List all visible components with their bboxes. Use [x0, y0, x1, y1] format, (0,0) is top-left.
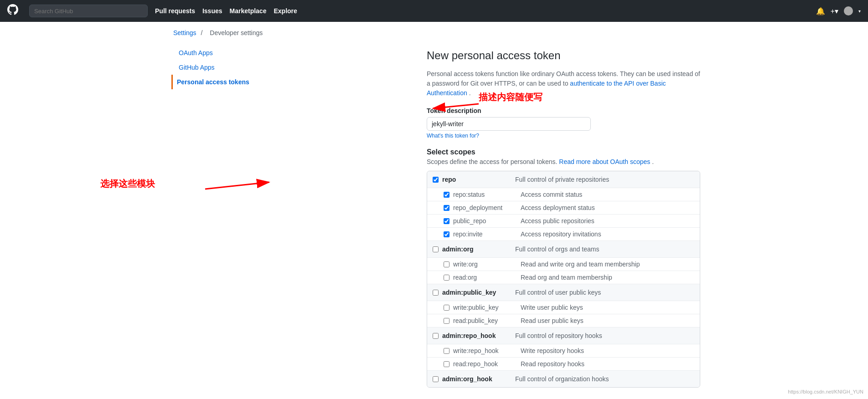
- scope-desc-repo: Full control of private repositories: [515, 176, 609, 183]
- nav-pull-requests[interactable]: Pull requests: [155, 7, 195, 15]
- scope-checkbox-repo-status[interactable]: [444, 192, 450, 198]
- scope-desc-read-public-key: Read user public keys: [521, 317, 584, 324]
- scope-child-public-repo: public_repo Access public repositories: [427, 215, 700, 228]
- scope-group-admin-repo-hook: admin:repo_hook Full control of reposito…: [427, 327, 700, 344]
- scope-desc-read-repo-hook: Read repository hooks: [521, 360, 584, 368]
- scope-desc-public-repo: Access public repositories: [521, 217, 594, 225]
- token-description-label: Token description: [427, 107, 700, 114]
- sidebar-item-personal-access-tokens[interactable]: Personal access tokens: [171, 75, 255, 89]
- token-description-input[interactable]: [427, 117, 591, 131]
- header: Pull requests Issues Marketplace Explore…: [0, 0, 868, 22]
- page-container: New personal access token Personal acces…: [160, 40, 708, 399]
- scope-name-write-repo-hook: write:repo_hook: [453, 347, 521, 354]
- scope-name-write-public-key: write:public_key: [453, 304, 521, 311]
- scope-checkbox-read-repo-hook[interactable]: [444, 361, 450, 367]
- scope-name-admin-org: admin:org: [442, 246, 515, 253]
- breadcrumb: Settings / Developer settings: [0, 22, 868, 40]
- description: Personal access tokens function like ord…: [427, 69, 700, 98]
- scope-name-admin-repo-hook: admin:repo_hook: [442, 332, 515, 339]
- github-logo-icon: [7, 4, 18, 18]
- scope-desc-admin-repo-hook: Full control of repository hooks: [515, 332, 602, 339]
- scope-checkbox-write-public-key[interactable]: [444, 305, 450, 311]
- scope-checkbox-public-repo[interactable]: [444, 218, 450, 224]
- scope-child-repo-status: repo:status Access commit status: [427, 188, 700, 201]
- scope-desc-write-repo-hook: Write repository hooks: [521, 347, 584, 354]
- scope-desc-admin-public-key: Full control of user public keys: [515, 289, 601, 296]
- scope-child-repo-deployment: repo_deployment Access deployment status: [427, 201, 700, 215]
- scope-desc-repo-invite: Access repository invitations: [521, 230, 601, 238]
- nav-marketplace[interactable]: Marketplace: [230, 7, 267, 15]
- avatar[interactable]: [844, 6, 853, 15]
- scope-checkbox-repo-deployment[interactable]: [444, 205, 450, 211]
- scope-checkbox-write-org[interactable]: [444, 261, 450, 267]
- scopes-description: Scopes define the access for personal to…: [427, 158, 700, 165]
- scope-child-write-org: write:org Read and write org and team me…: [427, 258, 700, 271]
- scope-name-read-org: read:org: [453, 274, 521, 281]
- scope-desc-write-public-key: Write user public keys: [521, 304, 583, 311]
- scope-desc-repo-deployment: Access deployment status: [521, 204, 595, 211]
- breadcrumb-developer-settings: Developer settings: [210, 29, 263, 36]
- sidebar-item-github-apps[interactable]: GitHub Apps: [173, 60, 255, 75]
- scope-child-read-org: read:org Read org and team membership: [427, 271, 700, 284]
- scope-desc-repo-status: Access commit status: [521, 191, 582, 198]
- token-description-hint: What's this token for?: [427, 133, 700, 139]
- scope-child-write-public-key: write:public_key Write user public keys: [427, 301, 700, 314]
- scope-name-repo-invite: repo:invite: [453, 230, 521, 238]
- scope-checkbox-admin-repo-hook[interactable]: [433, 333, 439, 339]
- scope-checkbox-admin-org-hook[interactable]: [433, 376, 439, 382]
- scope-checkbox-admin-org[interactable]: [433, 246, 439, 252]
- select-scopes-title: Select scopes: [427, 148, 700, 156]
- main-nav: Pull requests Issues Marketplace Explore: [155, 7, 809, 15]
- sidebar: OAuth Apps GitHub Apps Personal access t…: [173, 46, 255, 89]
- header-icons: 🔔 +▾ ▾: [816, 6, 861, 15]
- watermark: https://blog.csdn.net/KNIGH_YUN: [788, 389, 863, 394]
- main-content: New personal access token Personal acces…: [427, 49, 700, 388]
- scope-checkbox-admin-public-key[interactable]: [433, 290, 439, 296]
- scope-name-read-public-key: read:public_key: [453, 317, 521, 324]
- scopes-link[interactable]: Read more about OAuth scopes: [559, 158, 650, 165]
- token-hint-link[interactable]: What's this token for?: [427, 133, 479, 139]
- sidebar-item-oauth-apps[interactable]: OAuth Apps: [173, 46, 255, 60]
- scope-group-admin-org: admin:org Full control of orgs and teams: [427, 241, 700, 258]
- scope-desc-read-org: Read org and team membership: [521, 274, 612, 281]
- scope-child-read-public-key: read:public_key Read user public keys: [427, 314, 700, 327]
- scope-child-read-repo-hook: read:repo_hook Read repository hooks: [427, 358, 700, 371]
- scope-group-admin-org-hook: admin:org_hook Full control of organizat…: [427, 371, 700, 387]
- add-icon[interactable]: +▾: [831, 7, 838, 15]
- scope-name-admin-org-hook: admin:org_hook: [442, 375, 515, 383]
- breadcrumb-separator: /: [201, 29, 202, 36]
- scope-name-write-org: write:org: [453, 261, 521, 268]
- token-description-group: Token description What's this token for?: [427, 107, 700, 139]
- page-title: New personal access token: [427, 49, 700, 62]
- scope-checkbox-repo-invite[interactable]: [444, 231, 450, 237]
- scope-group-admin-public-key: admin:public_key Full control of user pu…: [427, 284, 700, 301]
- nav-explore[interactable]: Explore: [274, 7, 297, 15]
- notifications-icon[interactable]: 🔔: [816, 7, 825, 15]
- scopes-table: repo Full control of private repositorie…: [427, 171, 700, 388]
- scope-desc-write-org: Read and write org and team membership: [521, 261, 640, 268]
- avatar-chevron[interactable]: ▾: [858, 9, 861, 14]
- annotation-text-2: 选择这些模块: [100, 178, 155, 190]
- scope-child-repo-invite: repo:invite Access repository invitation…: [427, 228, 700, 241]
- scope-name-repo-deployment: repo_deployment: [453, 204, 521, 211]
- scope-name-admin-public-key: admin:public_key: [442, 289, 515, 296]
- scope-name-public-repo: public_repo: [453, 217, 521, 225]
- scope-checkbox-read-public-key[interactable]: [444, 318, 450, 324]
- scope-desc-admin-org: Full control of orgs and teams: [515, 246, 599, 253]
- scope-group-repo: repo Full control of private repositorie…: [427, 171, 700, 188]
- search-input[interactable]: [29, 5, 148, 17]
- scope-checkbox-repo[interactable]: [433, 177, 439, 183]
- breadcrumb-settings[interactable]: Settings: [173, 29, 196, 36]
- scope-name-read-repo-hook: read:repo_hook: [453, 360, 521, 368]
- scope-name-repo-status: repo:status: [453, 191, 521, 198]
- scope-checkbox-write-repo-hook[interactable]: [444, 348, 450, 354]
- scope-desc-admin-org-hook: Full control of organization hooks: [515, 375, 609, 383]
- scope-checkbox-read-org[interactable]: [444, 275, 450, 281]
- nav-issues[interactable]: Issues: [202, 7, 222, 15]
- scope-name-repo: repo: [442, 176, 515, 183]
- scope-child-write-repo-hook: write:repo_hook Write repository hooks: [427, 344, 700, 358]
